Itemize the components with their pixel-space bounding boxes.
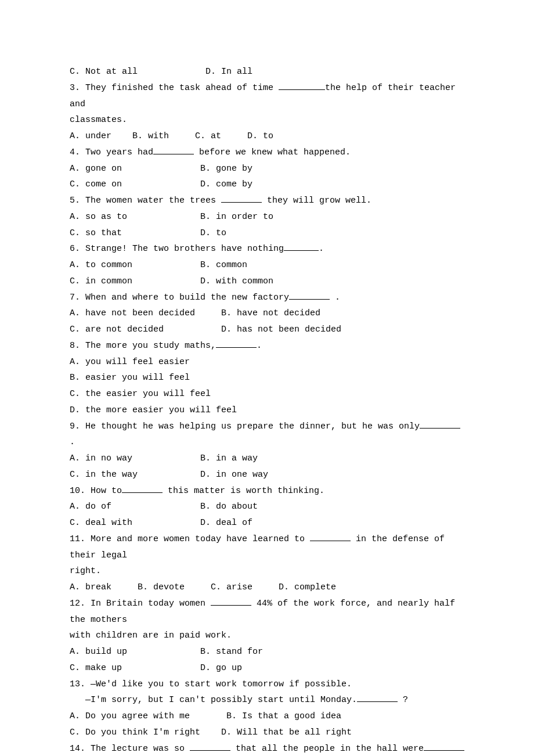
line-text: A. so as to B. in order to bbox=[70, 212, 273, 222]
line-text: 5. The women water the trees bbox=[70, 196, 221, 206]
line-text: C. the easier you will feel bbox=[70, 389, 211, 399]
text-line: A. Do you agree with me B. Is that a goo… bbox=[70, 708, 467, 725]
text-line: 13. —We'd like you to start work tomorro… bbox=[70, 676, 467, 693]
line-text: A. Do you agree with me B. Is that a goo… bbox=[70, 711, 341, 721]
line-text: C. Do you think I'm right D. Will that b… bbox=[70, 728, 352, 737]
line-text: C. so that D. to bbox=[70, 228, 226, 238]
fill-blank bbox=[279, 81, 325, 90]
text-line: 4. Two years had before we knew what hap… bbox=[70, 145, 467, 161]
line-text: 11. More and more women today have learn… bbox=[70, 534, 310, 544]
line-text: A. under B. with C. at D. to bbox=[70, 131, 273, 141]
line-text: A. have not been decided B. have not dec… bbox=[70, 308, 320, 318]
line-text: C. deal with D. deal of bbox=[70, 518, 252, 528]
line-text: A. do of B. do about bbox=[70, 502, 258, 512]
line-text: 6. Strange! The two brothers have nothin… bbox=[70, 244, 284, 254]
line-text: 7. When and where to build the new facto… bbox=[70, 293, 289, 303]
line-text: . bbox=[330, 293, 340, 303]
text-line: classmates. bbox=[70, 112, 467, 128]
line-text: classmates. bbox=[70, 115, 127, 125]
text-line: C. Do you think I'm right D. Will that b… bbox=[70, 725, 467, 741]
fill-blank bbox=[190, 741, 230, 750]
text-line: 3. They finished the task ahead of time … bbox=[70, 80, 467, 113]
line-text: C. come on D. come by bbox=[70, 179, 252, 189]
line-text: A. build up B. stand for bbox=[70, 647, 263, 657]
text-line: 14. The lecture was so that all the peop… bbox=[70, 741, 467, 757]
line-text: A. gone on B. gone by bbox=[70, 164, 252, 174]
text-line: 11. More and more women today have learn… bbox=[70, 531, 467, 564]
text-line: 7. When and where to build the new facto… bbox=[70, 290, 467, 306]
fill-blank bbox=[211, 597, 251, 606]
line-text: 9. He thought he was helping us prepare … bbox=[70, 422, 420, 431]
line-text: C. in common D. with common bbox=[70, 276, 273, 286]
text-line: 8. The more you study maths,. bbox=[70, 338, 467, 354]
line-text: 12. In Britain today women bbox=[70, 599, 211, 609]
line-text: ? bbox=[398, 695, 408, 705]
text-line: 9. He thought he was helping us prepare … bbox=[70, 419, 467, 451]
line-text: C. Not at all D. In all bbox=[70, 67, 252, 77]
line-text: with children are in paid work. bbox=[70, 631, 232, 640]
text-line: A. you will feel easier bbox=[70, 354, 467, 370]
text-line: C. make up D. go up bbox=[70, 660, 467, 676]
fill-blank bbox=[221, 194, 262, 203]
line-text: A. in no way B. in a way bbox=[70, 453, 258, 463]
text-line: 10. How to this matter is worth thinking… bbox=[70, 483, 467, 499]
line-text: before we knew what happened. bbox=[194, 147, 351, 157]
text-line: right. bbox=[70, 563, 467, 579]
text-line: C. are not decided D. has not been decid… bbox=[70, 322, 467, 338]
fill-blank bbox=[424, 741, 464, 750]
line-text: C. in the way D. in one way bbox=[70, 470, 268, 480]
line-text: —I'm sorry, but I can't possibly start u… bbox=[70, 695, 357, 705]
text-line: C. come on D. come by bbox=[70, 177, 467, 193]
fill-blank bbox=[289, 290, 330, 299]
line-text: A. you will feel easier bbox=[70, 357, 190, 367]
text-line: D. the more easier you will feel bbox=[70, 402, 467, 419]
text-line: C. the easier you will feel bbox=[70, 386, 467, 402]
text-line: A. so as to B. in order to bbox=[70, 209, 467, 225]
line-text: 14. The lecture was so bbox=[70, 744, 190, 754]
fill-blank bbox=[357, 693, 398, 702]
line-text: right. bbox=[70, 566, 101, 576]
text-line: A. have not been decided B. have not dec… bbox=[70, 305, 467, 322]
text-line: 6. Strange! The two brothers have nothin… bbox=[70, 241, 467, 257]
text-line: A. build up B. stand for bbox=[70, 644, 467, 660]
text-line: 12. In Britain today women 44% of the wo… bbox=[70, 596, 467, 628]
fill-blank bbox=[284, 242, 319, 251]
text-line: A. do of B. do about bbox=[70, 499, 467, 515]
line-text: they will grow well. bbox=[262, 196, 371, 206]
text-line: C. Not at all D. In all bbox=[70, 64, 467, 80]
text-line: C. deal with D. deal of bbox=[70, 515, 467, 531]
fill-blank bbox=[153, 146, 194, 154]
fill-blank bbox=[216, 339, 257, 348]
line-text: 4. Two years had bbox=[70, 147, 153, 157]
text-line: A. under B. with C. at D. to bbox=[70, 128, 467, 145]
line-text: A. to common B. common bbox=[70, 260, 247, 270]
line-text: C. are not decided D. has not been decid… bbox=[70, 325, 341, 334]
text-line: C. in common D. with common bbox=[70, 273, 467, 290]
text-line: —I'm sorry, but I can't possibly start u… bbox=[70, 692, 467, 708]
line-text: 10. How to bbox=[70, 486, 122, 496]
line-text: 8. The more you study maths, bbox=[70, 341, 216, 351]
text-line: B. easier you will feel bbox=[70, 370, 467, 386]
text-line: 5. The women water the trees they will g… bbox=[70, 193, 467, 209]
line-text: . bbox=[257, 341, 262, 351]
line-text: 13. —We'd like you to start work tomorro… bbox=[70, 679, 352, 689]
line-text: B. easier you will feel bbox=[70, 373, 190, 383]
fill-blank bbox=[122, 484, 163, 492]
text-line: A. to common B. common bbox=[70, 257, 467, 273]
line-text: that all the people in the hall were bbox=[230, 744, 424, 754]
line-text: this matter is worth thinking. bbox=[163, 486, 324, 496]
text-line: A. gone on B. gone by bbox=[70, 161, 467, 177]
line-text: A. break B. devote C. arise D. complete bbox=[70, 582, 336, 592]
line-text: 3. They finished the task ahead of time bbox=[70, 83, 279, 93]
text-line: A. break B. devote C. arise D. complete bbox=[70, 579, 467, 596]
text-line: A. in no way B. in a way bbox=[70, 451, 467, 467]
document-page: C. Not at all D. In all3. They finished … bbox=[0, 0, 534, 756]
text-line: C. in the way D. in one way bbox=[70, 467, 467, 483]
text-line: C. so that D. to bbox=[70, 225, 467, 242]
fill-blank bbox=[310, 532, 351, 541]
line-text: D. the more easier you will feel bbox=[70, 405, 237, 415]
line-text: . bbox=[319, 244, 324, 254]
fill-blank bbox=[420, 419, 460, 428]
text-line: with children are in paid work. bbox=[70, 628, 467, 644]
line-text: C. make up D. go up bbox=[70, 663, 242, 673]
